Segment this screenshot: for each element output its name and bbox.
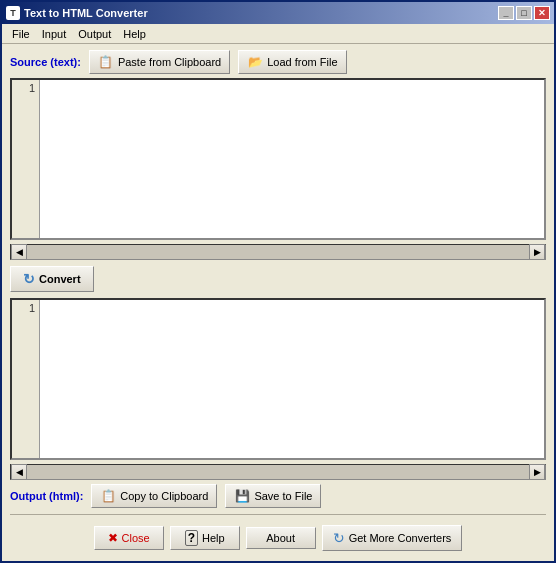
source-line-1: 1 (29, 82, 35, 94)
app-icon: T (6, 6, 20, 20)
source-label: Source (text): (10, 56, 81, 68)
output-scroll-left[interactable]: ◀ (11, 464, 27, 480)
load-icon (247, 54, 263, 70)
window-title: Text to HTML Converter (24, 7, 148, 19)
main-content: Source (text): Paste from Clipboard Load… (2, 44, 554, 561)
close-icon (108, 531, 118, 545)
close-button[interactable]: Close (94, 526, 164, 550)
maximize-button[interactable]: □ (516, 6, 532, 20)
bottom-divider (10, 514, 546, 515)
copy-icon (100, 488, 116, 504)
main-window: T Text to HTML Converter _ □ ✕ File Inpu… (0, 0, 556, 563)
help-button-label: Help (202, 532, 225, 544)
paste-from-clipboard-button[interactable]: Paste from Clipboard (89, 50, 230, 74)
output-panel: 1 (10, 298, 546, 460)
load-button-label: Load from File (267, 56, 337, 68)
close-window-button[interactable]: ✕ (534, 6, 550, 20)
title-bar: T Text to HTML Converter _ □ ✕ (2, 2, 554, 24)
source-textarea[interactable] (40, 80, 544, 238)
save-icon (234, 488, 250, 504)
copy-to-clipboard-button[interactable]: Copy to Clipboard (91, 484, 217, 508)
minimize-button[interactable]: _ (498, 6, 514, 20)
source-hscrollbar[interactable]: ◀ ▶ (10, 244, 546, 260)
output-scroll-track[interactable] (27, 465, 529, 479)
source-scroll-left[interactable]: ◀ (11, 244, 27, 260)
menu-help[interactable]: Help (117, 26, 152, 42)
menu-output[interactable]: Output (72, 26, 117, 42)
menu-input[interactable]: Input (36, 26, 72, 42)
source-scroll-track[interactable] (27, 245, 529, 259)
menu-bar: File Input Output Help (2, 24, 554, 44)
convert-row: Convert (10, 264, 546, 294)
save-to-file-button[interactable]: Save to File (225, 484, 321, 508)
output-line-1: 1 (29, 302, 35, 314)
source-line-numbers: 1 (12, 80, 40, 238)
source-scroll-right[interactable]: ▶ (529, 244, 545, 260)
menu-file[interactable]: File (6, 26, 36, 42)
get-more-converters-button[interactable]: Get More Converters (322, 525, 463, 551)
source-row: Source (text): Paste from Clipboard Load… (10, 50, 546, 74)
paste-button-label: Paste from Clipboard (118, 56, 221, 68)
output-textarea[interactable] (40, 300, 544, 458)
convert-button[interactable]: Convert (10, 266, 94, 292)
close-button-label: Close (122, 532, 150, 544)
output-scroll-right[interactable]: ▶ (529, 464, 545, 480)
load-from-file-button[interactable]: Load from File (238, 50, 346, 74)
more-button-label: Get More Converters (349, 532, 452, 544)
more-icon (333, 530, 345, 546)
paste-icon (98, 54, 114, 70)
output-row: Output (html): Copy to Clipboard Save to… (10, 484, 546, 508)
convert-icon (23, 271, 35, 287)
output-label: Output (html): (10, 490, 83, 502)
output-line-numbers: 1 (12, 300, 40, 458)
help-button[interactable]: Help (170, 526, 240, 550)
help-icon (185, 531, 198, 545)
title-bar-buttons: _ □ ✕ (498, 6, 550, 20)
save-button-label: Save to File (254, 490, 312, 502)
output-hscrollbar[interactable]: ◀ ▶ (10, 464, 546, 480)
convert-button-label: Convert (39, 273, 81, 285)
title-bar-left: T Text to HTML Converter (6, 6, 148, 20)
source-panel: 1 (10, 78, 546, 240)
about-button[interactable]: About (246, 527, 316, 549)
copy-button-label: Copy to Clipboard (120, 490, 208, 502)
about-button-label: About (266, 532, 295, 544)
bottom-buttons-row: Close Help About Get More Converters (10, 521, 546, 555)
